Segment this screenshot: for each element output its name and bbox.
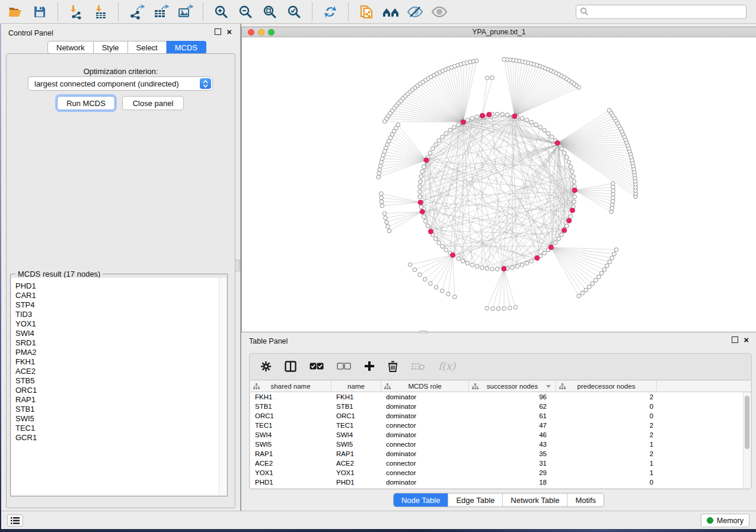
result-node-item[interactable]: YOX1: [15, 319, 219, 329]
result-node-item[interactable]: FKH1: [15, 357, 219, 367]
zoom-selected-icon[interactable]: [285, 2, 304, 21]
graph-node[interactable]: [429, 281, 433, 286]
graph-node[interactable]: [437, 241, 441, 245]
tab-mcds[interactable]: MCDS: [167, 41, 206, 54]
table-cell[interactable]: TEC1: [331, 422, 381, 429]
graph-node[interactable]: [496, 307, 500, 311]
run-mcds-button[interactable]: Run MCDS: [57, 96, 115, 110]
table-cell[interactable]: FKH1: [250, 393, 331, 400]
graph-mcds-node[interactable]: [512, 114, 517, 118]
graph-node[interactable]: [457, 123, 461, 127]
graph-node[interactable]: [508, 306, 512, 310]
graph-node[interactable]: [571, 175, 575, 179]
table-scrollbar-thumb[interactable]: [745, 396, 749, 449]
column-header-successor-nodes[interactable]: successor nodes: [469, 380, 556, 392]
graph-node[interactable]: [423, 219, 428, 223]
window-minimize-button[interactable]: [258, 29, 264, 36]
optimization-select[interactable]: largest connected component (undirected): [28, 76, 213, 91]
graph-node[interactable]: [377, 171, 381, 175]
graph-mcds-node[interactable]: [572, 188, 577, 193]
table-cell[interactable]: 2: [556, 450, 657, 457]
table-cell[interactable]: 2: [556, 393, 657, 400]
graph-node[interactable]: [500, 113, 505, 117]
graph-node[interactable]: [567, 160, 571, 164]
graph-node[interactable]: [461, 259, 465, 263]
graph-node[interactable]: [543, 128, 547, 132]
table-cell[interactable]: 43: [469, 441, 556, 448]
result-node-item[interactable]: PMA2: [15, 348, 219, 357]
graph-node[interactable]: [413, 268, 417, 272]
tab-style[interactable]: Style: [94, 41, 128, 54]
network-window-titlebar[interactable]: YPA_prune.txt_1: [242, 27, 756, 37]
graph-node[interactable]: [580, 291, 585, 295]
graph-node[interactable]: [529, 120, 534, 124]
graph-node[interactable]: [423, 277, 427, 281]
graph-node[interactable]: [377, 175, 381, 180]
graph-node[interactable]: [534, 123, 538, 127]
graph-node[interactable]: [607, 108, 611, 113]
zoom-out-icon[interactable]: [236, 2, 255, 21]
graph-node[interactable]: [448, 128, 452, 132]
table-cell[interactable]: TEC1: [250, 422, 331, 429]
search-input[interactable]: [591, 8, 742, 16]
graph-node[interactable]: [502, 306, 506, 310]
table-cell[interactable]: SWI5: [250, 441, 331, 448]
table-cell[interactable]: 29: [469, 469, 556, 476]
open-session-icon[interactable]: [6, 2, 25, 21]
column-header-predecessor-nodes[interactable]: predecessor nodes: [556, 380, 657, 392]
graph-node[interactable]: [475, 115, 479, 119]
graph-node[interactable]: [422, 214, 426, 219]
graph-node[interactable]: [485, 267, 489, 271]
graph-node[interactable]: [560, 147, 564, 151]
graph-node[interactable]: [485, 76, 489, 80]
delete-row-icon[interactable]: [388, 361, 398, 372]
result-node-item[interactable]: ORC1: [15, 386, 219, 395]
graph-node[interactable]: [386, 225, 390, 229]
graph-node[interactable]: [577, 294, 581, 298]
graph-node[interactable]: [594, 278, 598, 283]
graph-mcds-node[interactable]: [548, 245, 553, 249]
graph-node[interactable]: [605, 264, 610, 268]
graph-node[interactable]: [572, 180, 576, 184]
graph-mcds-node[interactable]: [480, 113, 484, 118]
graph-node[interactable]: [608, 260, 612, 264]
tab-edge-table[interactable]: Edge Table: [448, 493, 502, 507]
graph-node[interactable]: [495, 267, 499, 271]
table-row[interactable]: ACE2ACE2connector311: [250, 459, 751, 468]
table-cell[interactable]: 31: [469, 460, 556, 467]
add-row-icon[interactable]: [364, 361, 375, 371]
close-table-panel-icon[interactable]: ×: [744, 336, 749, 343]
graph-node[interactable]: [562, 151, 566, 155]
graph-node[interactable]: [379, 200, 384, 204]
graph-node[interactable]: [529, 259, 534, 263]
graph-node[interactable]: [446, 292, 451, 296]
table-row[interactable]: SWI4SWI4dominator462: [250, 430, 751, 440]
share-document-icon[interactable]: [357, 2, 376, 21]
graph-node[interactable]: [511, 265, 515, 270]
result-node-item[interactable]: STB1: [15, 405, 219, 414]
column-header-name[interactable]: name: [331, 380, 381, 392]
graph-node[interactable]: [572, 200, 576, 204]
table-cell[interactable]: SWI5: [331, 441, 381, 448]
table-cell[interactable]: dominator: [381, 450, 469, 457]
graph-node[interactable]: [573, 195, 577, 199]
graph-node[interactable]: [596, 275, 601, 279]
graph-node[interactable]: [384, 216, 388, 220]
table-cell[interactable]: dominator: [381, 393, 469, 400]
table-cell[interactable]: connector: [381, 441, 469, 448]
graph-node[interactable]: [385, 220, 389, 225]
table-cell[interactable]: PHD1: [250, 479, 331, 486]
tab-select[interactable]: Select: [128, 41, 167, 54]
import-table-icon[interactable]: [91, 2, 110, 21]
column-header-shared-name[interactable]: shared name: [250, 380, 331, 392]
table-cell[interactable]: 18: [469, 479, 556, 486]
table-cell[interactable]: SWI4: [331, 431, 381, 438]
graph-node[interactable]: [441, 245, 445, 249]
graph-node[interactable]: [379, 161, 384, 165]
table-row[interactable]: ORC1ORC1dominator610: [250, 411, 751, 421]
result-node-item[interactable]: SWI4: [15, 329, 219, 338]
graph-node[interactable]: [525, 261, 529, 265]
graph-node[interactable]: [557, 237, 561, 241]
graph-mcds-node[interactable]: [487, 112, 492, 117]
result-node-item[interactable]: TID3: [15, 310, 219, 319]
